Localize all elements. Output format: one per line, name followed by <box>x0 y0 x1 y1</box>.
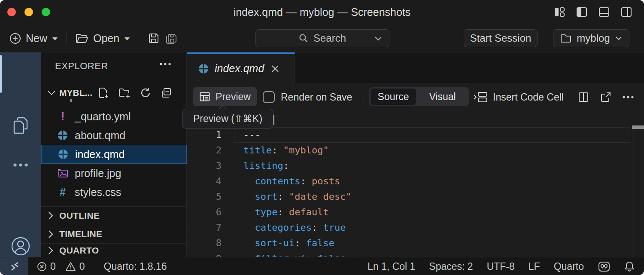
line-number: 3 <box>187 158 222 174</box>
visual-mode-button[interactable]: Visual <box>416 91 469 103</box>
code-text: contents: posts <box>243 174 340 189</box>
tab-index-qmd[interactable]: index.qmd <box>187 52 295 83</box>
activity-bar <box>0 52 41 257</box>
open-in-new-window-icon[interactable] <box>600 92 611 103</box>
source-mode-button[interactable]: Source <box>371 89 416 105</box>
refresh-icon[interactable] <box>140 87 151 98</box>
search-input[interactable]: Search <box>255 29 389 47</box>
explorer-panel: EXPLORER MYBL... <box>41 52 187 257</box>
chevron-right-icon <box>48 230 53 238</box>
language-mode-status[interactable]: Quarto <box>554 261 584 272</box>
warning-icon <box>65 262 76 271</box>
save-icon <box>148 32 160 44</box>
save-button[interactable] <box>145 32 162 44</box>
code-line-8[interactable]: 8 sort-ui: false <box>187 235 644 251</box>
collapse-panel-button[interactable] <box>0 257 28 275</box>
quarto-section-header[interactable]: QUARTO <box>41 243 187 257</box>
project-section-header[interactable]: MYBL... <box>41 82 186 103</box>
more-actions-icon[interactable] <box>622 95 635 99</box>
code-area[interactable]: 1---2title: "myblog"3listing:4 contents:… <box>187 111 644 257</box>
divider <box>67 32 67 45</box>
scrollbar-thumb[interactable] <box>632 125 644 129</box>
explorer-title: EXPLORER <box>55 61 108 72</box>
quarto-file-icon <box>198 63 209 74</box>
save-all-icon <box>165 32 179 45</box>
file-row-profile-jpg[interactable]: profile.jpg <box>41 164 187 183</box>
quarto-file-icon <box>57 130 69 141</box>
close-tab-icon[interactable] <box>271 64 279 73</box>
code-line-5[interactable]: 5 sort: "date desc" <box>187 189 644 205</box>
code-line-4[interactable]: 4 contents: posts <box>187 174 644 189</box>
folder-open-icon <box>76 33 88 44</box>
more-views-icon[interactable] <box>0 162 41 168</box>
code-text: listing: <box>243 158 289 174</box>
cursor-position-status[interactable]: Ln 1, Col 1 <box>368 261 415 272</box>
yaml-warning-icon: ! <box>57 111 69 122</box>
render-on-save-checkbox[interactable] <box>263 91 275 103</box>
file-row-styles-css[interactable]: # styles.css <box>41 183 187 202</box>
eol-status[interactable]: LF <box>529 261 540 272</box>
error-icon <box>37 262 47 272</box>
code-line-9[interactable]: 9 filter-ui: false <box>187 251 644 257</box>
line-number: 5 <box>187 189 222 205</box>
new-folder-icon[interactable] <box>118 87 131 98</box>
open-button[interactable]: Open <box>73 32 133 45</box>
tab-label: index.qmd <box>215 62 264 75</box>
divider <box>139 32 139 45</box>
code-text: sort: "date desc" <box>243 189 352 205</box>
problems-status[interactable]: 0 0 <box>37 261 85 272</box>
outline-section-header[interactable]: OUTLINE <box>41 206 187 225</box>
new-button[interactable]: New <box>7 32 61 45</box>
file-row-about-qmd[interactable]: about.qmd <box>41 126 187 145</box>
new-file-icon[interactable] <box>98 87 109 98</box>
code-line-1[interactable]: 1--- <box>187 127 644 143</box>
status-bar: 0 0 Quarto: 1.8.16 Ln 1, Col 1 Spaces: 2… <box>0 257 644 275</box>
titlebar: index.qmd — myblog — Screenshots <box>0 0 644 24</box>
quarto-file-icon <box>57 149 69 160</box>
file-row-quarto-yml[interactable]: ! _quarto.yml <box>41 107 187 126</box>
folder-icon <box>560 34 571 43</box>
explorer-more-actions-icon[interactable] <box>159 62 172 66</box>
editor-group: index.qmd Preview Render o <box>187 52 644 257</box>
code-line-7[interactable]: 7 categories: true <box>187 220 644 235</box>
file-row-index-qmd[interactable]: index.qmd <box>41 145 187 164</box>
notifications-bell-icon[interactable] <box>624 261 635 272</box>
line-number: 1 <box>187 127 222 143</box>
encoding-status[interactable]: UTF-8 <box>487 261 515 272</box>
search-label: Search <box>313 32 346 44</box>
toggle-left-sidebar-icon[interactable] <box>576 6 587 18</box>
toggle-right-sidebar-icon[interactable] <box>621 6 632 18</box>
code-line-2[interactable]: 2title: "myblog" <box>187 143 644 158</box>
save-all-button[interactable] <box>162 32 181 45</box>
timeline-section-header[interactable]: TIMELINE <box>41 225 187 243</box>
quarto-version-status[interactable]: Quarto: 1.8.16 <box>104 261 167 272</box>
chevron-down-icon <box>52 37 58 41</box>
code-text: title: "myblog" <box>243 143 329 158</box>
code-text: sort-ui: false <box>243 235 334 251</box>
start-session-button[interactable]: Start Session <box>464 29 538 47</box>
code-text: --- <box>243 127 261 143</box>
tab-strip: index.qmd <box>187 52 644 83</box>
preview-button[interactable]: Preview <box>193 87 257 106</box>
chevron-down-icon <box>374 36 382 41</box>
plus-circle-icon <box>9 33 21 44</box>
chevron-down-icon <box>47 90 56 95</box>
preview-tooltip: Preview (⇧⌘K) <box>182 109 273 128</box>
collapse-all-icon[interactable] <box>161 87 172 98</box>
insert-code-cell-button[interactable]: Insert Code Cell <box>473 83 564 111</box>
code-line-6[interactable]: 6 type: default <box>187 205 644 220</box>
feedback-icon[interactable] <box>598 261 611 272</box>
active-view-indicator <box>0 55 2 93</box>
split-editor-icon[interactable] <box>578 92 589 103</box>
explorer-view-icon[interactable] <box>0 116 41 135</box>
top-action-bar: New Open <box>0 24 644 52</box>
workspace-switcher-button[interactable]: myblog <box>553 29 629 47</box>
chevron-down-icon <box>615 36 622 40</box>
toggle-bottom-panel-icon[interactable] <box>598 6 610 18</box>
source-visual-toggle: Source Visual <box>369 87 469 106</box>
indentation-status[interactable]: Spaces: 2 <box>429 261 473 272</box>
chevron-right-icon <box>48 211 53 220</box>
customize-layout-icon[interactable] <box>554 6 565 18</box>
code-line-3[interactable]: 3listing: <box>187 158 644 174</box>
account-icon[interactable] <box>0 236 41 256</box>
